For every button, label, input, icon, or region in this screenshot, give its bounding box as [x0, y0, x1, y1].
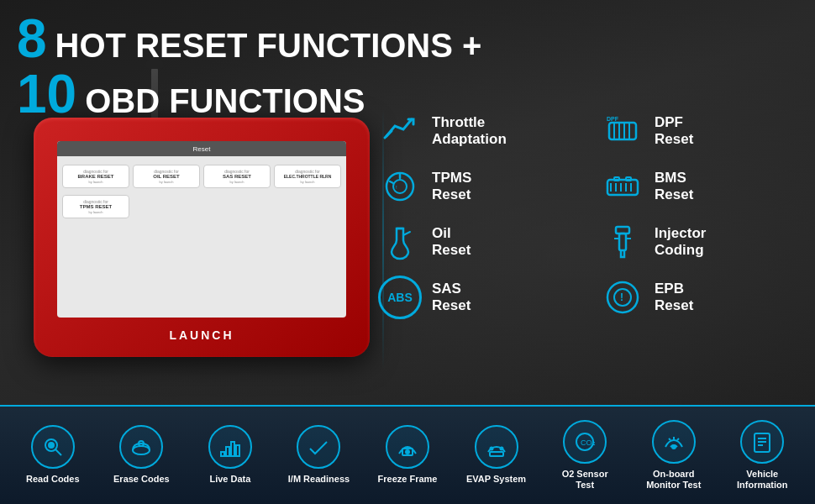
launch-device: Reset diagnostic for BRAKE RESET by laun… — [34, 118, 370, 370]
svg-text:CO₂: CO₂ — [581, 438, 596, 447]
o2-label: O2 SensorTest — [562, 469, 608, 491]
read-codes-icon — [31, 425, 75, 469]
bottom-onboard: On-boardMonitor Test — [629, 420, 718, 491]
svg-rect-19 — [619, 234, 626, 250]
svg-rect-36 — [490, 452, 503, 456]
im-readiness-label: I/M Readiness — [288, 474, 350, 485]
feature-injector: InjectorCoding — [601, 220, 798, 264]
epb-label: EPBReset — [655, 281, 693, 315]
device-screen: Reset diagnostic for BRAKE RESET by laun… — [57, 141, 346, 318]
hot-reset-text: HOT RESET FUNCTIONS + — [55, 29, 482, 62]
sas-label: SASReset — [432, 281, 471, 315]
screen-btn-brake: diagnostic for BRAKE RESET by launch — [62, 165, 129, 188]
svg-point-41 — [672, 445, 676, 449]
features-grid: ThrottleAdaptation DPF DPFReset — [378, 109, 798, 319]
device-brand-label: LAUNCH — [169, 328, 234, 342]
bottom-bar: Read Codes Erase Codes Live Data — [0, 405, 815, 504]
tpms-icon: ! — [378, 165, 422, 208]
svg-line-26 — [55, 449, 61, 455]
im-readiness-icon — [297, 425, 340, 469]
svg-rect-0 — [609, 123, 636, 139]
freeze-frame-icon — [386, 425, 429, 469]
feature-throttle: ThrottleAdaptation — [378, 109, 576, 153]
svg-rect-9 — [607, 180, 638, 195]
feature-oil: OilReset — [378, 220, 576, 264]
screen-btn-oil: diagnostic for OIL RESET by launch — [133, 165, 200, 188]
vehicle-info-label: VehicleInformation — [737, 469, 788, 491]
obd-text: OBD FUNCTIONS — [85, 84, 365, 118]
features-section: ThrottleAdaptation DPF DPFReset — [378, 109, 798, 319]
screen-content: diagnostic for BRAKE RESET by launch dia… — [57, 160, 346, 223]
screen-title: Reset — [193, 145, 211, 153]
read-codes-label: Read Codes — [26, 474, 80, 485]
svg-rect-33 — [236, 445, 239, 456]
svg-point-28 — [133, 446, 150, 454]
oil-icon — [378, 220, 422, 264]
svg-point-37 — [490, 448, 492, 450]
injector-icon — [601, 220, 644, 264]
evap-icon — [475, 425, 518, 469]
tpms-label: TPMSReset — [432, 170, 471, 204]
abs-icon: ABS — [378, 276, 422, 319]
feature-dpf: DPF DPFReset — [601, 109, 798, 153]
o2-icon: CO₂ — [563, 420, 607, 464]
injector-label: InjectorCoding — [655, 225, 706, 260]
bottom-live-data: Live Data — [186, 425, 275, 485]
device-container: Reset diagnostic for BRAKE RESET by laun… — [17, 101, 386, 386]
bottom-vehicle-info: VehicleInformation — [718, 420, 807, 491]
header-section: 8 HOT RESET FUNCTIONS + 10 OBD FUNCTIONS — [17, 12, 481, 121]
onboard-icon — [652, 420, 696, 464]
bottom-evap: EVAP System — [452, 425, 541, 485]
oil-label: OilReset — [432, 225, 471, 260]
svg-rect-30 — [221, 452, 224, 456]
bottom-read-codes: Read Codes — [8, 425, 97, 485]
live-data-label: Live Data — [209, 474, 250, 485]
dpf-icon: DPF — [601, 109, 644, 153]
screen-btn-throttle: diagnostic for ELEC.THROTTLE RLRN by lau… — [274, 165, 341, 188]
bms-label: BMSReset — [655, 170, 693, 204]
throttle-icon — [378, 109, 422, 153]
svg-rect-32 — [231, 442, 234, 456]
erase-codes-label: Erase Codes — [113, 474, 170, 485]
device-body: Reset diagnostic for BRAKE RESET by laun… — [34, 118, 370, 357]
svg-point-38 — [500, 448, 502, 450]
vehicle-info-icon — [740, 420, 784, 464]
feature-tpms: ! TPMSReset — [378, 165, 576, 208]
bottom-erase-codes: Erase Codes — [97, 425, 187, 485]
epb-icon: ! — [601, 276, 644, 319]
freeze-frame-label: Freeze Frame — [378, 474, 438, 485]
svg-point-35 — [406, 450, 409, 454]
bottom-freeze-frame: Freeze Frame — [363, 425, 452, 485]
screen-header: Reset — [57, 141, 346, 156]
svg-point-27 — [49, 443, 54, 448]
bms-icon — [601, 165, 644, 208]
bottom-im-readiness: I/M Readiness — [275, 425, 364, 485]
bottom-o2: CO₂ O2 SensorTest — [540, 420, 629, 491]
screen-btn-sas: diagnostic for SAS RESET by launch — [203, 165, 271, 188]
number-10: 10 — [17, 67, 76, 121]
screen-btn-tpms: diagnostic for TPMS RESET by launch — [62, 195, 129, 218]
svg-text:!: ! — [620, 291, 623, 303]
live-data-icon — [208, 425, 252, 469]
svg-rect-31 — [226, 447, 229, 456]
onboard-label: On-boardMonitor Test — [646, 469, 701, 491]
feature-epb: ! EPBReset — [601, 276, 798, 319]
throttle-label: ThrottleAdaptation — [432, 114, 507, 149]
dpf-label: DPFReset — [655, 114, 693, 149]
feature-sas: ABS SASReset — [378, 276, 576, 319]
svg-text:DPF: DPF — [607, 116, 619, 122]
evap-label: EVAP System — [466, 474, 526, 485]
svg-text:!: ! — [396, 185, 397, 190]
header-line-1: 8 HOT RESET FUNCTIONS + — [17, 12, 481, 66]
erase-codes-icon — [119, 425, 163, 469]
number-8: 8 — [17, 12, 47, 66]
feature-bms: BMSReset — [601, 165, 798, 208]
